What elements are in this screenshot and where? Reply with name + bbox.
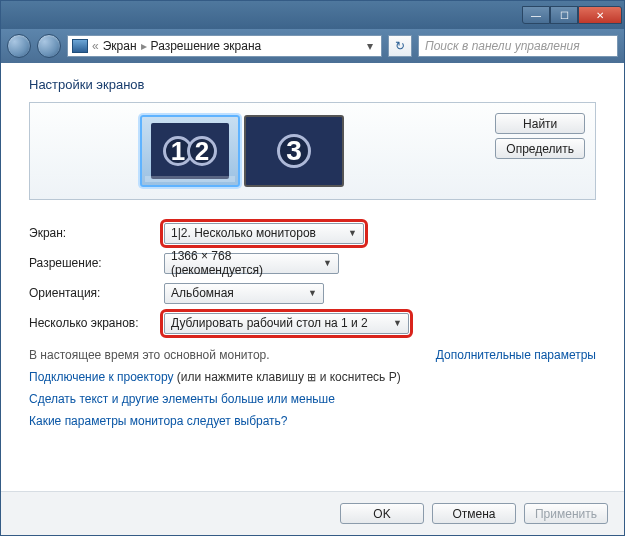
windows-key-icon: ⊞ [307,371,316,383]
chevron-down-icon: ▼ [393,318,402,328]
minimize-button[interactable]: — [522,6,550,24]
display-select[interactable]: 1|2. Несколько мониторов ▼ [164,223,364,244]
titlebar: — ☐ ✕ [1,1,624,29]
ok-button[interactable]: OK [340,503,424,524]
refresh-button[interactable]: ↻ [388,35,412,57]
window-controls: — ☐ ✕ [522,6,622,24]
primary-monitor-note: В настоящее время это основной монитор. … [29,348,596,362]
monitor-preview: 12 3 Найти Определить [29,102,596,200]
chevron-down-icon: ▼ [323,258,332,268]
dialog-buttons: OK Отмена Применить [1,491,624,535]
resolution-label: Разрешение: [29,256,164,270]
monitor-icon [72,39,88,53]
connect-projector-link[interactable]: Подключение к проектору [29,370,174,384]
monitor-1-2[interactable]: 12 [140,115,240,187]
apply-button[interactable]: Применить [524,503,608,524]
multiple-displays-value: Дублировать рабочий стол на 1 и 2 [171,316,368,330]
preview-buttons: Найти Определить [495,113,585,159]
display-settings-window: — ☐ ✕ « Экран ▸ Разрешение экрана ▾ ↻ По… [0,0,625,536]
projector-line: Подключение к проектору (или нажмите кла… [29,370,596,384]
help-link[interactable]: Какие параметры монитора следует выбрать… [29,414,288,428]
orientation-select[interactable]: Альбомная ▼ [164,283,324,304]
page-title: Настройки экранов [29,77,596,92]
monitor-number-2: 2 [187,136,217,166]
address-dropdown-icon[interactable]: ▾ [363,39,377,53]
settings-form: Экран: 1|2. Несколько мониторов ▼ Разреш… [29,218,596,338]
projector-hint-a: (или нажмите клавишу [174,370,308,384]
chevron-down-icon: ▼ [348,228,357,238]
monitor-taskbar-icon [145,176,235,182]
resolution-value: 1366 × 768 (рекомендуется) [171,249,323,277]
monitor-layout[interactable]: 12 3 [140,115,344,187]
orientation-row: Ориентация: Альбомная ▼ [29,278,596,308]
text-size-link[interactable]: Сделать текст и другие элементы больше и… [29,392,335,406]
detect-button[interactable]: Найти [495,113,585,134]
advanced-settings-link[interactable]: Дополнительные параметры [436,348,596,362]
breadcrumb-resolution[interactable]: Разрешение экрана [151,39,262,53]
orientation-label: Ориентация: [29,286,164,300]
monitor-number-3: 3 [277,134,311,168]
multiple-displays-row: Несколько экранов: Дублировать рабочий с… [29,308,596,338]
maximize-button[interactable]: ☐ [550,6,578,24]
breadcrumb-screen[interactable]: Экран [103,39,137,53]
content-area: Настройки экранов 12 3 Найти Определит [1,63,624,491]
address-bar[interactable]: « Экран ▸ Разрешение экрана ▾ [67,35,382,57]
navigation-bar: « Экран ▸ Разрешение экрана ▾ ↻ Поиск в … [1,29,624,63]
multiple-displays-label: Несколько экранов: [29,316,164,330]
close-button[interactable]: ✕ [578,6,622,24]
search-input[interactable]: Поиск в панели управления [418,35,618,57]
display-row: Экран: 1|2. Несколько мониторов ▼ [29,218,596,248]
breadcrumb-sep-icon: ▸ [141,39,147,53]
chevron-down-icon: ▼ [308,288,317,298]
display-value: 1|2. Несколько мониторов [171,226,316,240]
search-placeholder: Поиск в панели управления [425,39,580,53]
breadcrumb-root: « [92,39,99,53]
back-button[interactable] [7,34,31,58]
resolution-select[interactable]: 1366 × 768 (рекомендуется) ▼ [164,253,339,274]
identify-button[interactable]: Определить [495,138,585,159]
resolution-row: Разрешение: 1366 × 768 (рекомендуется) ▼ [29,248,596,278]
projector-hint-b: и коснитесь P) [316,370,400,384]
orientation-value: Альбомная [171,286,234,300]
multiple-displays-select[interactable]: Дублировать рабочий стол на 1 и 2 ▼ [164,313,409,334]
forward-button[interactable] [37,34,61,58]
monitor-3[interactable]: 3 [244,115,344,187]
primary-monitor-text: В настоящее время это основной монитор. [29,348,270,362]
cancel-button[interactable]: Отмена [432,503,516,524]
display-label: Экран: [29,226,164,240]
